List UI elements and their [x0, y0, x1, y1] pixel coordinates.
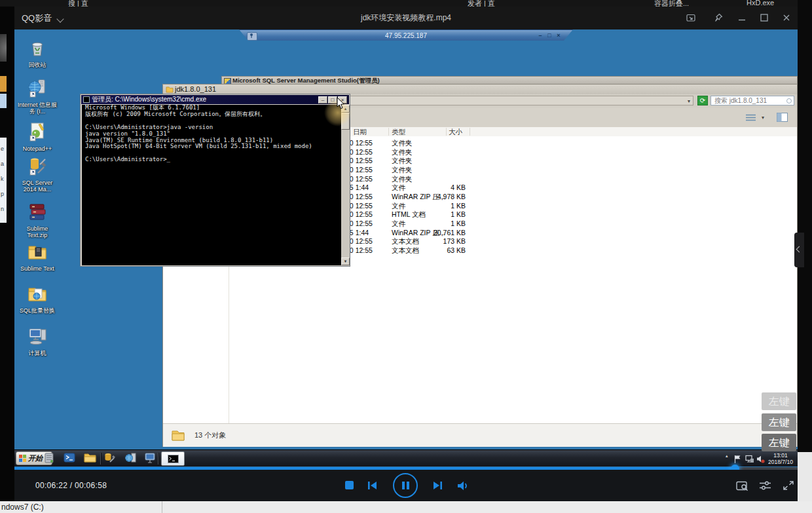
windows-flag-icon [19, 455, 26, 462]
video-display-area[interactable]: 回收站Internet 信息服务 (I...Notepad++SQL Serve… [14, 29, 798, 467]
mouse-cursor-icon [337, 97, 346, 110]
folder-icon [27, 241, 48, 262]
mini-mode-button[interactable] [686, 12, 696, 23]
background-left-strip: eakpn [0, 7, 14, 501]
background-filename-letter: k [1, 176, 4, 182]
search-placeholder: 搜索 jdk1.8.0_131 [714, 96, 767, 105]
console-line: Java HotSpot(TM) 64-Bit Server VM (build… [82, 143, 341, 150]
desktop-icon-zip: Sublime Text.zip [17, 201, 58, 238]
background-bottom-strip: ndows7 (C:) [0, 501, 812, 513]
background-window-text: 容器折叠... [654, 0, 689, 7]
pin-icon[interactable] [713, 12, 724, 23]
background-pane-divider [162, 501, 162, 513]
click-indicator-label: 左键 [762, 413, 796, 431]
previous-button[interactable] [367, 481, 377, 490]
background-filename-letter: a [1, 161, 4, 167]
sql-config-icon [103, 452, 119, 465]
screen: 搜 | 直发者 | 直容器折叠...HxD.exe eakpn ndows7 (… [0, 0, 812, 513]
desktop-icon-label: Sublime Text.zip [17, 225, 58, 238]
file-size: 173 KB [407, 237, 466, 245]
desktop-icon-label: Sublime Text [17, 265, 58, 272]
cmd-console-output: Microsoft Windows [版本 6.1.7601]版权所有 (c) … [82, 105, 341, 265]
desktop-icon-iis: Internet 信息服务 (I... [17, 77, 58, 115]
search-icon [786, 98, 792, 104]
background-top-strip: 搜 | 直发者 | 直容器折叠...HxD.exe [0, 0, 812, 7]
background-blob-icon [0, 34, 7, 62]
tray-expand-icon: ▴ [726, 453, 728, 459]
console-line: C:\Users\Administrator>_ [82, 157, 341, 163]
background-selection-fragment [0, 94, 7, 108]
fullscreen-button[interactable] [783, 480, 794, 491]
console-line: 版权所有 (c) 2009 Microsoft Corporation。保留所有… [82, 111, 341, 118]
iis-icon [27, 77, 48, 98]
file-size: 20,761 KB [407, 229, 466, 237]
recycle-icon [27, 37, 48, 58]
maximize-button[interactable] [759, 12, 769, 23]
chevron-down-icon: ▾ [762, 115, 764, 121]
taskbar-separator [158, 453, 158, 465]
minimize-button[interactable] [737, 12, 747, 23]
background-filename-letter: n [1, 206, 4, 212]
zip-icon [27, 201, 48, 222]
player-titlebar: QQ影音 jdk环境安装视频教程.mp4 [14, 7, 798, 29]
rdp-minimize-button: – [536, 31, 544, 41]
column-separator [388, 128, 389, 136]
scroll-down-icon: ▼ [341, 257, 350, 265]
explorer-folder-icon [84, 452, 100, 465]
stop-button[interactable] [345, 481, 354, 489]
file-size: 1 KB [407, 210, 466, 218]
network-icon [745, 455, 754, 463]
item-count: 13 个对象 [194, 424, 226, 447]
file-size: 4,978 KB [407, 193, 466, 200]
desktop-icon-sql: SQL Server 2014 Ma... [17, 155, 58, 193]
cmd-window: 管理员: C:\Windows\system32\cmd.exe – □ × M… [80, 94, 350, 267]
file-type: 文件夹 [392, 139, 413, 148]
column-header-type: 类型 [392, 127, 405, 136]
file-type: 文件 [392, 219, 405, 229]
background-window-text: 发者 | 直 [468, 0, 495, 7]
cmd-window-title: 管理员: C:\Windows\system32\cmd.exe [92, 95, 206, 104]
column-separator [470, 128, 470, 136]
screenshot-button[interactable] [736, 480, 749, 491]
column-header-size: 大小 [449, 127, 462, 136]
close-button[interactable] [781, 12, 792, 23]
file-size: 1 KB [407, 219, 466, 227]
chevron-left-icon [796, 246, 803, 253]
background-folder-fragment-icon [0, 76, 7, 92]
file-type: 文件夹 [392, 157, 413, 166]
click-indicator-label: 左键 [762, 392, 796, 410]
next-button[interactable] [433, 481, 443, 490]
refresh-button: ⟳ [697, 96, 708, 105]
file-type: 文件 [392, 202, 405, 211]
file-type: 文件夹 [392, 175, 413, 184]
file-size: 63 KB [407, 246, 466, 254]
video-title: jdk环境安装视频教程.mp4 [14, 7, 798, 29]
chevron-down-icon: ▾ [688, 98, 690, 104]
volume-button[interactable] [457, 481, 470, 491]
settings-button[interactable] [759, 480, 771, 491]
volume-tray-icon [756, 455, 765, 463]
playlist-toggle[interactable] [794, 233, 804, 267]
background-window-text: HxD.exe [747, 0, 774, 7]
time-display: 00:06:22 / 00:06:58 [35, 470, 107, 501]
file-type: 文件夹 [392, 166, 413, 175]
rdp-connection-bar: 47.95.225.187 – □ × [239, 29, 573, 41]
background-filename-letter: e [1, 145, 4, 152]
iis-icon [124, 452, 140, 465]
rdp-close-button: × [555, 31, 563, 41]
desktop-icon-folder: Sublime Text [17, 241, 58, 272]
desktop-icon-label: Internet 信息服务 (I... [17, 102, 58, 115]
list-view-icon [745, 113, 756, 122]
background-window-text: 搜 | 直 [68, 0, 88, 7]
file-type: 文件 [392, 183, 405, 193]
cmd-titlebar: 管理员: C:\Windows\system32\cmd.exe – □ × [81, 95, 349, 104]
desktop-icon-label: SQL Server 2014 Ma... [17, 180, 58, 193]
action-center-flag-icon [733, 455, 741, 463]
desktop-icon-npp: Notepad++ [17, 121, 58, 152]
remote-taskbar: 开始 ▴ [14, 449, 798, 466]
explorer-status-bar: 13 个对象 [163, 423, 797, 447]
folder-icon [171, 428, 185, 442]
pause-button[interactable] [393, 473, 418, 498]
background-filename-fragments: eakpn [0, 138, 7, 223]
desktop-icon-label: Notepad++ [17, 145, 58, 152]
